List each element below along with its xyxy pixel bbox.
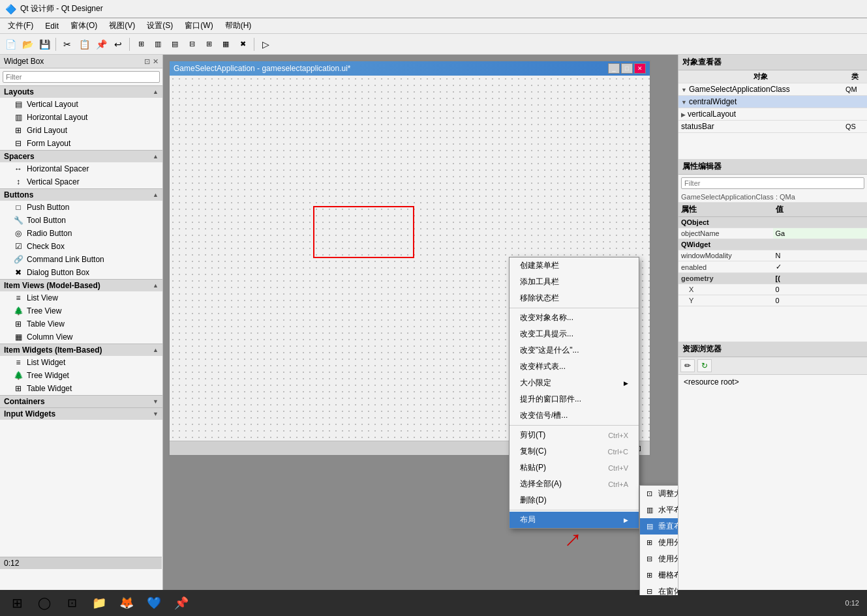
ctx-select-all[interactable]: 选择全部(A) Ctrl+A bbox=[510, 476, 639, 492]
taskbar-explorer-btn[interactable]: 📁 bbox=[87, 592, 111, 614]
widget-table-widget[interactable]: ⊞ Table Widget bbox=[0, 382, 162, 395]
menu-view[interactable]: 视图(V) bbox=[104, 19, 140, 33]
sub-ctx-vlayout[interactable]: ▤垂直布局(V) Ctrl+2 bbox=[640, 518, 678, 535]
table-row[interactable]: X 0 bbox=[678, 284, 867, 295]
ctx-delete[interactable]: 删除(D) bbox=[510, 492, 639, 508]
expand-arrow-1[interactable]: ▼ bbox=[681, 99, 687, 106]
toolbar-layout-b[interactable]: ⊞ bbox=[201, 37, 217, 52]
taskbar-start-btn[interactable]: ⊞ bbox=[5, 592, 29, 614]
toolbar-widget[interactable]: ⊞ bbox=[133, 37, 149, 52]
widget-box-filter[interactable] bbox=[3, 71, 160, 83]
toolbar-layout-g[interactable]: ⊟ bbox=[184, 37, 200, 52]
ctx-change-tooltip[interactable]: 改变工具提示... bbox=[510, 326, 639, 342]
sub-ctx-hlayout[interactable]: ▥水平布局(H) Ctrl+1 bbox=[640, 502, 678, 518]
menu-form[interactable]: 窗体(O) bbox=[65, 19, 102, 33]
sub-ctx-splitter-v[interactable]: ⊟使用分裂器垂直布局(L) Ctrl+4 bbox=[640, 551, 678, 567]
category-item-views[interactable]: Item Views (Model-Based) ▲ bbox=[0, 279, 162, 291]
category-spacers[interactable]: Spacers ▲ bbox=[0, 150, 162, 162]
category-containers[interactable]: Containers ▼ bbox=[0, 395, 162, 407]
toolbar-layout-v[interactable]: ▤ bbox=[167, 37, 183, 52]
category-buttons[interactable]: Buttons ▲ bbox=[0, 188, 162, 201]
taskbar-app4-btn[interactable]: 📌 bbox=[170, 592, 193, 614]
table-row[interactable]: ▼ centralWidget bbox=[678, 96, 867, 108]
property-filter[interactable] bbox=[681, 177, 864, 189]
taskbar-firefox-btn[interactable]: 🦊 bbox=[115, 592, 138, 614]
ctx-change-name[interactable]: 改变对象名称... bbox=[510, 310, 639, 326]
taskbar-search-btn[interactable]: ◯ bbox=[33, 592, 56, 614]
widget-vertical-layout[interactable]: ▤ Vertical Layout bbox=[0, 98, 162, 111]
widget-horizontal-layout[interactable]: ▥ Horizontal Layout bbox=[0, 111, 162, 124]
taskbar-taskview-btn[interactable]: ⊡ bbox=[60, 592, 84, 614]
toolbar-layout-h[interactable]: ▥ bbox=[150, 37, 166, 52]
menu-settings[interactable]: 设置(S) bbox=[142, 19, 178, 33]
canvas-area[interactable]: GameSelectApplication - gameselectapplic… bbox=[163, 55, 678, 595]
ctx-promote[interactable]: 提升的窗口部件... bbox=[510, 391, 639, 407]
menu-help[interactable]: 帮助(H) bbox=[220, 19, 257, 33]
taskbar-vscode-btn[interactable]: 💙 bbox=[142, 592, 166, 614]
table-row[interactable]: ▼ GameSelectApplicationClass QM bbox=[678, 83, 867, 96]
menu-window[interactable]: 窗口(W) bbox=[179, 19, 218, 33]
widget-tool-button[interactable]: 🔧 Tool Button bbox=[0, 214, 162, 227]
sub-ctx-form-layout[interactable]: ⊟在窗体布局中布局(F) Ctrl+6 bbox=[640, 583, 678, 595]
category-layouts[interactable]: Layouts ▲ bbox=[0, 85, 162, 98]
widget-horizontal-spacer[interactable]: ↔ Horizontal Spacer bbox=[0, 162, 162, 175]
prop-y-value[interactable]: 0 bbox=[773, 295, 868, 306]
widget-box-float-btn[interactable]: ⊡ bbox=[144, 57, 150, 66]
widget-grid-layout[interactable]: ⊞ Grid Layout bbox=[0, 124, 162, 137]
toolbar-paste[interactable]: 📌 bbox=[93, 37, 109, 52]
ctx-change-signal[interactable]: 改变信号/槽... bbox=[510, 407, 639, 424]
toolbar-copy[interactable]: 📋 bbox=[76, 37, 92, 52]
menu-edit[interactable]: Edit bbox=[40, 20, 64, 32]
table-row[interactable]: windowModality N bbox=[678, 250, 867, 261]
table-row[interactable]: geometry [( bbox=[678, 273, 867, 284]
ctx-create-menubar[interactable]: 创建菜单栏 bbox=[510, 257, 639, 274]
category-item-widgets[interactable]: Item Widgets (Item-Based) ▲ bbox=[0, 344, 162, 356]
toolbar-open[interactable]: 📂 bbox=[20, 37, 35, 52]
ctx-layout[interactable]: 布局 ▶ bbox=[510, 512, 639, 528]
toolbar-save[interactable]: 💾 bbox=[37, 37, 52, 52]
sub-ctx-splitter-h[interactable]: ⊞使用分裂器水平布局(P) Ctrl+3 bbox=[640, 535, 678, 551]
prop-enabled-value[interactable]: ✓ bbox=[773, 261, 868, 273]
prop-objectname-value[interactable]: Ga bbox=[773, 228, 868, 239]
expand-arrow-2[interactable]: ▶ bbox=[681, 111, 686, 118]
table-row[interactable]: statusBar QS bbox=[678, 121, 867, 133]
resource-edit-btn[interactable]: ✏ bbox=[680, 359, 695, 372]
designer-maximize-btn[interactable]: □ bbox=[621, 63, 633, 74]
widget-list-widget[interactable]: ≡ List Widget bbox=[0, 356, 162, 369]
ctx-size-constraint[interactable]: 大小限定 ▶ bbox=[510, 375, 639, 391]
widget-tree-view[interactable]: 🌲 Tree View bbox=[0, 304, 162, 317]
toolbar-new[interactable]: 📄 bbox=[3, 37, 18, 52]
designer-minimize-btn[interactable]: _ bbox=[608, 63, 620, 74]
toolbar-layout-sp[interactable]: ▦ bbox=[218, 37, 234, 52]
prop-windowmodality-value[interactable]: N bbox=[773, 250, 868, 261]
prop-x-value[interactable]: 0 bbox=[773, 284, 868, 295]
widget-column-view[interactable]: ▦ Column View bbox=[0, 330, 162, 344]
sub-ctx-resize[interactable]: ⊡调整大小(S) Ctrl+J bbox=[640, 486, 678, 502]
toolbar-preview[interactable]: ▷ bbox=[258, 37, 273, 52]
ctx-change-whatsthis[interactable]: 改变"这是什么"... bbox=[510, 342, 639, 359]
menu-file[interactable]: 文件(F) bbox=[3, 19, 38, 33]
widget-command-link[interactable]: 🔗 Command Link Button bbox=[0, 253, 162, 266]
designer-close-btn[interactable]: ✕ bbox=[634, 63, 646, 74]
widget-table-view[interactable]: ⊞ Table View bbox=[0, 317, 162, 330]
widget-check-box[interactable]: ☑ Check Box bbox=[0, 240, 162, 253]
toolbar-undo[interactable]: ↩ bbox=[110, 37, 126, 52]
widget-list-view[interactable]: ≡ List View bbox=[0, 291, 162, 304]
ctx-change-stylesheet[interactable]: 改变样式表... bbox=[510, 359, 639, 375]
widget-dialog-button[interactable]: ✖ Dialog Button Box bbox=[0, 266, 162, 279]
toolbar-layout-br[interactable]: ✖ bbox=[235, 37, 251, 52]
sub-ctx-grid[interactable]: ⊞栅格布局(G) Ctrl+5 bbox=[640, 567, 678, 583]
toolbar-cut[interactable]: ✂ bbox=[59, 37, 75, 52]
resource-refresh-btn[interactable]: ↻ bbox=[697, 359, 712, 372]
table-row[interactable]: Y 0 bbox=[678, 295, 867, 306]
ctx-copy[interactable]: 复制(C) Ctrl+C bbox=[510, 443, 639, 460]
expand-arrow-0[interactable]: ▼ bbox=[681, 87, 687, 93]
widget-box-close-btn[interactable]: ✕ bbox=[153, 57, 159, 66]
table-row[interactable]: enabled ✓ bbox=[678, 261, 867, 273]
category-input-widgets[interactable]: Input Widgets ▼ bbox=[0, 407, 162, 420]
ctx-add-toolbar[interactable]: 添加工具栏 bbox=[510, 274, 639, 290]
widget-radio-button[interactable]: ◎ Radio Button bbox=[0, 227, 162, 240]
ctx-remove-statusbar[interactable]: 移除状态栏 bbox=[510, 290, 639, 306]
widget-tree-widget[interactable]: 🌲 Tree Widget bbox=[0, 369, 162, 382]
ctx-paste[interactable]: 粘贴(P) Ctrl+V bbox=[510, 460, 639, 476]
